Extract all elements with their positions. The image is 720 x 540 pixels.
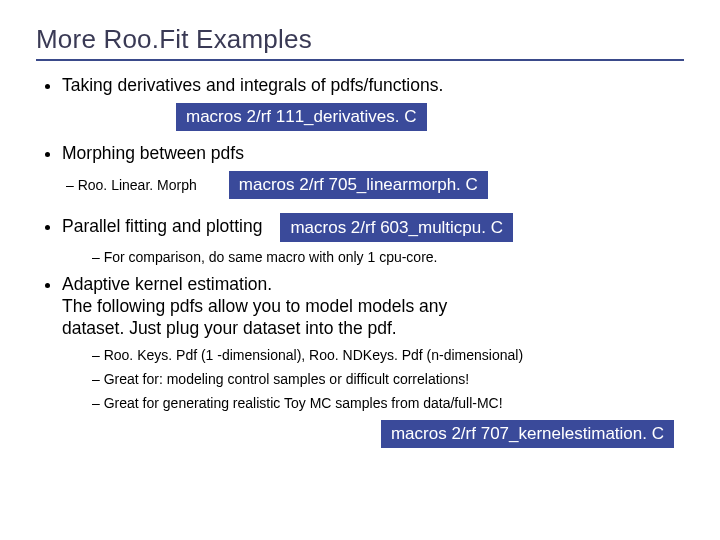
bullet-text: Parallel fitting and plotting — [62, 216, 262, 238]
page-title: More Roo.Fit Examples — [36, 24, 684, 61]
bullet-list: Parallel fitting and plotting macros 2/r… — [36, 213, 684, 413]
sub-bullet-greatfor1: Great for: modeling control samples or d… — [92, 370, 684, 388]
macro-tag-kernel: macros 2/rf 707_kernelestimation. C — [381, 420, 674, 448]
bullet-derivatives: Taking derivatives and integrals of pdfs… — [62, 75, 684, 97]
macro-tag-derivatives: macros 2/rf 111_derivatives. C — [176, 103, 427, 131]
sub-bullet-comparison: For comparison, do same macro with only … — [92, 248, 684, 266]
macro-tag-multicpu: macros 2/rf 603_multicpu. C — [280, 213, 513, 242]
tag-row: macros 2/rf 111_derivatives. C — [36, 103, 684, 131]
bullet-parallel: Parallel fitting and plotting macros 2/r… — [62, 213, 684, 266]
bullet-text-line2: The following pdfs allow you to model mo… — [62, 296, 447, 316]
bullet-text-line3: dataset. Just plug your dataset into the… — [62, 318, 397, 338]
sub-bullet-greatfor2: Great for generating realistic Toy MC sa… — [92, 394, 684, 412]
bullet-list: Morphing between pdfs — [36, 143, 684, 165]
bullet-list: Taking derivatives and integrals of pdfs… — [36, 75, 684, 97]
slide: More Roo.Fit Examples Taking derivatives… — [0, 0, 720, 540]
sub-bullet-linearmorph: Roo. Linear. Morph — [66, 177, 197, 193]
macro-tag-linearmorph: macros 2/rf 705_linearmorph. C — [229, 171, 488, 199]
tag-row-bottom: macros 2/rf 707_kernelestimation. C — [36, 420, 684, 448]
bullet-text-line1: Adaptive kernel estimation. — [62, 274, 272, 294]
sub-bullet-keyspdf: Roo. Keys. Pdf (1 -dimensional), Roo. ND… — [92, 346, 684, 364]
sub-list: For comparison, do same macro with only … — [62, 248, 684, 266]
sub-row: Roo. Linear. Morph macros 2/rf 705_linea… — [36, 171, 684, 199]
bullet-kernel: Adaptive kernel estimation. The followin… — [62, 274, 684, 412]
sub-list: Roo. Keys. Pdf (1 -dimensional), Roo. ND… — [62, 346, 684, 413]
bullet-text: Morphing between pdfs — [62, 143, 244, 163]
bullet-morphing: Morphing between pdfs — [62, 143, 684, 165]
bullet-text: Taking derivatives and integrals of pdfs… — [62, 75, 443, 95]
